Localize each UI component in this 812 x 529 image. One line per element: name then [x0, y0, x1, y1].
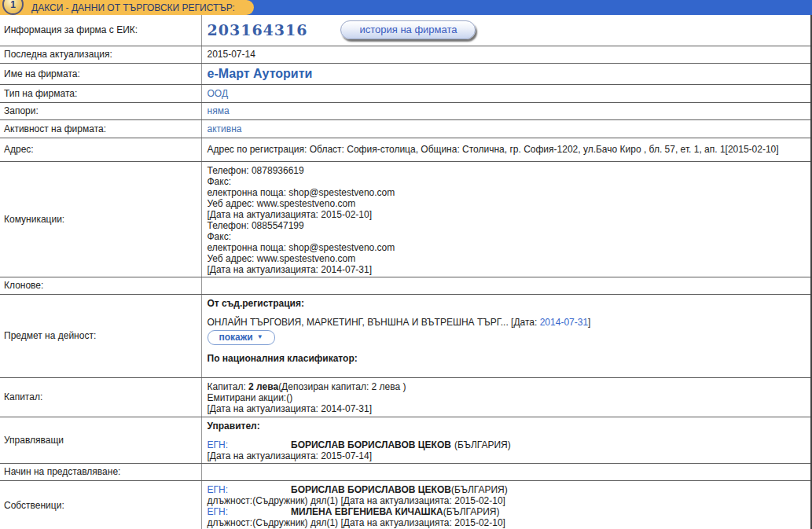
table-row-company-name: Име на фирмата: e-Март Ауторити	[0, 63, 811, 84]
comm-web-2: Уеб адрес: www.spestestveno.com	[208, 253, 808, 264]
table-row-business-scope: Предмет на дейност: От съд.регистрация: …	[0, 294, 811, 377]
comm-email-2: електронна поща: shop@spestestveno.com	[208, 242, 808, 253]
company-register-table: Информация за фирма с ЕИК: 203164316 ист…	[0, 15, 812, 529]
representation-label: Начин на представляване:	[0, 463, 201, 480]
comm-updated-1: [Дата на актуализацията: 2015-02-10]	[208, 209, 808, 220]
chevron-down-icon: ▼	[257, 333, 263, 341]
liens-label: Запори:	[0, 102, 201, 119]
table-row-communications: Комуникации: Телефон: 0878936619 Факс: е…	[0, 161, 811, 277]
owner-egn-label: ЕГН:	[208, 506, 229, 517]
table-row-activity: Активност на фирмата: активна	[0, 119, 811, 138]
header-bar: ДАКСИ - ДАННИ ОТ ТЪРГОВСКИ РЕГИСТЪР: 1	[0, 0, 812, 15]
owner-egn-label: ЕГН:	[208, 484, 229, 495]
table-row-capital: Капитал: Капитал: 2 лева(Депозиран капит…	[0, 377, 811, 417]
company-type-label: Тип на фирмата:	[0, 84, 201, 102]
table-row-eik: Информация за фирма с ЕИК: 203164316 ист…	[0, 15, 811, 46]
manager-name: БОРИСЛАВ БОРИСЛАВОВ ЦЕКОВ	[291, 439, 451, 450]
owner-country: (БЪЛГАРИЯ)	[451, 484, 508, 495]
manager-country: (БЪЛГАРИЯ)	[454, 439, 511, 450]
company-name-value: e-Март Ауторити	[208, 67, 313, 80]
last-update-label: Последна актуализация:	[0, 46, 201, 63]
table-row-representation: Начин на представляване:	[0, 463, 811, 480]
activity-label: Активност на фирмата:	[0, 119, 201, 138]
comm-updated-2: [Дата на актуализацията: 2014-07-31]	[208, 264, 808, 275]
address-value: Адрес по регистрация: Област: София-стол…	[201, 138, 811, 161]
capital-label: Капитал:	[0, 377, 201, 417]
header-tab: ДАКСИ - ДАННИ ОТ ТЪРГОВСКИ РЕГИСТЪР:	[0, 0, 254, 15]
table-row-branches: Клонове:	[0, 277, 811, 294]
owner-name: МИЛЕНА ЕВГЕНИЕВА КИЧАШКА	[291, 506, 443, 517]
table-row-managers: Управляващи Управител: ЕГН:БОРИСЛАВ БОРИ…	[0, 417, 811, 463]
court-registration-heading: От съд.регистрация:	[208, 298, 808, 309]
managers-label: Управляващи	[0, 417, 201, 463]
communications-label: Комуникации:	[0, 161, 201, 277]
capital-prefix: Капитал:	[208, 381, 249, 392]
manager-heading: Управител:	[208, 421, 808, 432]
owner-details: длъжност:(Съдружник) дял(1) [Дата на акт…	[208, 495, 808, 506]
table-row-liens: Запори: няма	[0, 102, 811, 119]
owners-label: Собственици:	[0, 480, 201, 529]
capital-amount: 2 лева	[248, 381, 278, 392]
comm-web-1: Уеб адрес: www.spestestveno.com	[208, 198, 808, 209]
owner-details: длъжност:(Съдружник) дял(1) [Дата на акт…	[208, 517, 808, 528]
capital-updated: [Дата на актуализацията: 2014-07-31]	[208, 403, 808, 414]
company-name-label: Име на фирмата:	[0, 63, 201, 84]
owner-name: БОРИСЛАВ БОРИСЛАВОВ ЦЕКОВ	[291, 484, 451, 495]
table-row-company-type: Тип на фирмата: ООД	[0, 84, 811, 102]
table-row-address: Адрес: Адрес по регистрация: Област: Соф…	[0, 138, 811, 161]
branches-label: Клонове:	[0, 277, 201, 294]
capital-shares: Емитирани акции:()	[208, 392, 808, 403]
eik-number: 203164316	[208, 21, 308, 39]
comm-fax-2: Факс:	[208, 231, 808, 242]
company-type-value: ООД	[208, 88, 229, 99]
comm-phone-2: Телефон: 0885547199	[208, 220, 808, 231]
comm-phone-1: Телефон: 0878936619	[208, 165, 808, 176]
table-row-owners: Собственици: ЕГН:БОРИСЛАВ БОРИСЛАВОВ ЦЕК…	[0, 480, 811, 529]
last-update-value: 2015-07-14	[201, 46, 811, 63]
address-label: Адрес:	[0, 138, 201, 161]
comm-email-1: електронна поща: shop@spestestveno.com	[208, 187, 808, 198]
managers-updated: [Дата на актуализацията: 2015-07-14]	[208, 450, 808, 461]
show-scope-button[interactable]: покажи▼	[208, 330, 275, 345]
scope-text: ОНЛАЙН ТЪРГОВИЯ, МАРКЕТИНГ, ВЪНШНА И ВЪТ…	[208, 317, 540, 328]
owner-entry: ЕГН:БОРИСЛАВ БОРИСЛАВОВ ЦЕКОВ(БЪЛГАРИЯ)	[208, 484, 808, 495]
company-history-button[interactable]: история на фирмата	[340, 20, 476, 39]
owner-entry: ЕГН:МИЛЕНА ЕВГЕНИЕВА КИЧАШКА(БЪЛГАРИЯ)	[208, 506, 808, 517]
business-scope-label: Предмет на дейност:	[0, 294, 201, 377]
comm-fax-1: Факс:	[208, 176, 808, 187]
capital-deposited: (Депозиран капитал: 2 лева )	[278, 381, 406, 392]
representation-value	[201, 463, 811, 480]
manager-egn-label: ЕГН:	[208, 439, 229, 450]
eik-label: Информация за фирма с ЕИК:	[0, 15, 201, 46]
scope-bracket: ]	[588, 317, 590, 328]
activity-value: активна	[208, 123, 242, 134]
owner-country: (БЪЛГАРИЯ)	[443, 506, 500, 517]
liens-value: няма	[208, 105, 230, 116]
table-row-last-update: Последна актуализация: 2015-07-14	[0, 46, 811, 63]
national-classifier-heading: По националния класификатор:	[208, 353, 808, 364]
branches-value	[201, 277, 811, 294]
header-tab-label: ДАКСИ - ДАННИ ОТ ТЪРГОВСКИ РЕГИСТЪР:	[31, 2, 235, 13]
scope-date: 2014-07-31	[540, 317, 588, 328]
